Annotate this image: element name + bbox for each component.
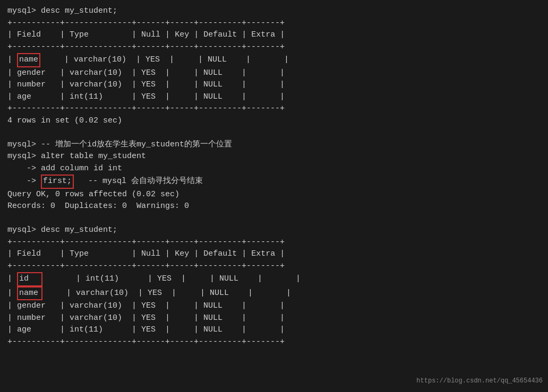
alter-line-2: -> add column id int: [7, 163, 541, 175]
table1-sep-top: +----------+--------------+------+-----+…: [7, 18, 541, 30]
table2-sep-header: +----------+--------------+------+-----+…: [7, 260, 541, 273]
highlight-box-id: id: [17, 272, 42, 286]
table2-row-number: | number | varchar(10) | YES | | NULL | …: [7, 312, 541, 325]
alter-line-1: mysql> alter table my_student: [7, 151, 541, 163]
prompt-2: mysql>: [7, 225, 41, 234]
query-ok: Query OK, 0 rows affected (0.02 sec): [7, 189, 541, 201]
cmd-text-2: desc my_student;: [41, 225, 117, 234]
table2-row-age: | age | int(11) | YES | | NULL | |: [7, 324, 541, 336]
terminal-window: mysql> desc my_student; +----------+----…: [7, 5, 541, 348]
table1-sep-header: +----------+--------------+------+-----+…: [7, 41, 541, 54]
table2-row-id: | id | int(11) | YES | | NULL | |: [7, 272, 541, 286]
alter-line-3: -> first; -- mysql 会自动寻找分号结束: [7, 175, 541, 189]
table1-header: | Field | Type | Null | Key | Default | …: [7, 29, 541, 41]
blank-1: [7, 127, 541, 139]
highlight-box-name: name: [17, 53, 40, 67]
blank-2: [7, 213, 541, 225]
highlight-box-name-2: name: [17, 286, 42, 301]
command-line-2: mysql> desc my_student;: [7, 224, 541, 237]
table1-row-gender: | gender | varchar(10) | YES | | NULL | …: [7, 67, 541, 80]
command-line-1: mysql> desc my_student;: [7, 5, 541, 18]
comment-line: mysql> -- 增加一个id放在学生表my_student的第一个位置: [7, 139, 541, 151]
table1-row-name: | name | varchar(10) | YES | | NULL | |: [7, 53, 541, 67]
highlight-box-first: first;: [41, 175, 74, 189]
table1-row-age: | age | int(11) | YES | | NULL | |: [7, 91, 541, 103]
table1-sep-bottom: +----------+--------------+------+-----+…: [7, 103, 541, 115]
table2-sep-top: +----------+--------------+------+-----+…: [7, 237, 541, 249]
table2-row-name: | name | varchar(10) | YES | | NULL | |: [7, 286, 541, 301]
table2-sep-bottom: +----------+--------------+------+-----+…: [7, 336, 541, 349]
table2-row-gender: | gender | varchar(10) | YES | | NULL | …: [7, 300, 541, 312]
records-line: Records: 0 Duplicates: 0 Warnings: 0: [7, 201, 541, 213]
prompt-1: mysql>: [7, 6, 41, 15]
table2-header: | Field | Type | Null | Key | Default | …: [7, 248, 541, 260]
url-credit: https://blog.csdn.net/qq_45654436: [416, 376, 543, 386]
cmd-text-1: desc my_student;: [41, 6, 117, 15]
table1-row-number: | number | varchar(10) | YES | | NULL | …: [7, 79, 541, 91]
rows-info-1: 4 rows in set (0.02 sec): [7, 115, 541, 127]
